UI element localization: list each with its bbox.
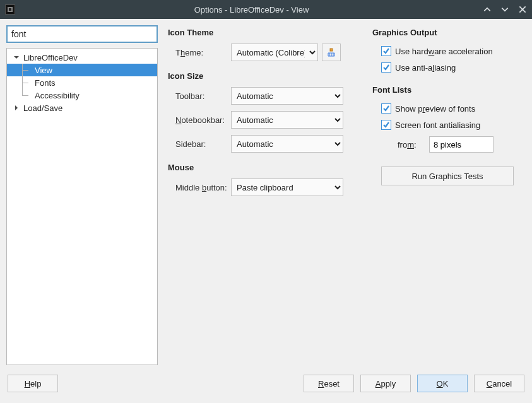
titlebar: Options - LibreOfficeDev - View	[0, 0, 532, 19]
section-icon-size: Icon Size	[168, 71, 357, 81]
antialiasing-checkbox[interactable]: Use anti-aliasing	[372, 62, 526, 73]
svg-rect-1	[9, 8, 11, 11]
tree-item-libreofficedev[interactable]: LibreOfficeDev	[7, 51, 157, 64]
sidebar-label: Sidebar:	[168, 139, 231, 149]
check-icon	[381, 46, 391, 56]
search-input[interactable]	[6, 25, 158, 43]
sidebar-size-select[interactable]: Automatic	[231, 135, 343, 153]
from-pixels-spinbox[interactable]	[429, 136, 494, 153]
maximize-button[interactable]	[500, 5, 509, 14]
check-icon	[381, 103, 391, 114]
tree-item-load-save[interactable]: Load/Save	[7, 102, 157, 114]
notebookbar-label: Notebookbar:	[168, 115, 231, 125]
theme-label: Theme:	[168, 48, 231, 57]
from-pixels-input[interactable]	[430, 137, 532, 152]
left-pane: LibreOfficeDevViewFontsAccessibilityLoad…	[6, 25, 158, 365]
close-button[interactable]	[518, 5, 527, 14]
reset-button[interactable]: Reset	[304, 375, 354, 392]
tree-item-label: LibreOfficeDev	[23, 53, 78, 62]
options-tree[interactable]: LibreOfficeDevViewFontsAccessibilityLoad…	[6, 48, 158, 365]
help-button[interactable]: Help	[8, 375, 58, 392]
svg-rect-2	[330, 49, 333, 51]
theme-select[interactable]: Automatic (Colibre)	[231, 44, 318, 61]
tree-item-view[interactable]: View	[7, 64, 157, 76]
tree-item-label: Accessibility	[35, 91, 80, 100]
middle-button-select[interactable]: Paste clipboard	[231, 178, 343, 196]
dialog-footer: Help Reset Apply OK Cancel	[0, 371, 532, 403]
theme-extension-button[interactable]	[322, 44, 341, 61]
antialiasing-label: Use anti-aliasing	[395, 63, 456, 73]
tree-item-label: Fonts	[35, 78, 56, 88]
apply-button[interactable]: Apply	[360, 375, 411, 392]
screen-font-aa-checkbox[interactable]: Screen font antialiasing	[372, 120, 526, 130]
section-font-lists: Font Lists	[372, 85, 526, 95]
ok-button[interactable]: OK	[417, 375, 468, 392]
section-mouse: Mouse	[168, 163, 357, 172]
hardware-accel-label: Use hardware acceleration	[395, 47, 493, 56]
tree-guide	[21, 64, 32, 76]
window-title: Options - LibreOfficeDev - View	[20, 5, 483, 15]
app-icon	[5, 4, 15, 15]
check-icon	[381, 62, 391, 73]
from-label: from:	[398, 140, 429, 149]
toolbar-label: Toolbar:	[168, 91, 231, 101]
tree-item-label: Load/Save	[23, 103, 62, 113]
tree-item-fonts[interactable]: Fonts	[7, 76, 157, 89]
run-graphics-tests-button[interactable]: Run Graphics Tests	[381, 166, 514, 185]
main-pane: Icon Theme Theme: Automatic (Colibre) Ic…	[168, 25, 526, 365]
dialog-content: LibreOfficeDevViewFontsAccessibilityLoad…	[0, 19, 532, 371]
tree-guide	[21, 76, 32, 89]
screen-font-aa-label: Screen font antialiasing	[395, 120, 480, 130]
chevron-down-icon[interactable]	[12, 53, 21, 62]
notebookbar-size-select[interactable]: Automatic	[231, 111, 343, 129]
middle-button-label: Middle button:	[168, 183, 231, 192]
tree-guide	[21, 89, 32, 102]
font-preview-label: Show preview of fonts	[395, 104, 475, 114]
chevron-right-icon[interactable]	[12, 103, 21, 112]
toolbar-size-select[interactable]: Automatic	[231, 87, 343, 105]
tree-item-accessibility[interactable]: Accessibility	[7, 89, 157, 102]
section-graphics-output: Graphics Output	[372, 28, 526, 37]
tree-item-label: View	[35, 66, 52, 75]
minimize-button[interactable]	[483, 5, 492, 14]
hardware-accel-checkbox[interactable]: Use hardware acceleration	[372, 46, 526, 56]
check-icon	[381, 120, 391, 130]
font-preview-checkbox[interactable]: Show preview of fonts	[372, 103, 526, 114]
cancel-button[interactable]: Cancel	[474, 375, 524, 392]
section-icon-theme: Icon Theme	[168, 28, 357, 37]
